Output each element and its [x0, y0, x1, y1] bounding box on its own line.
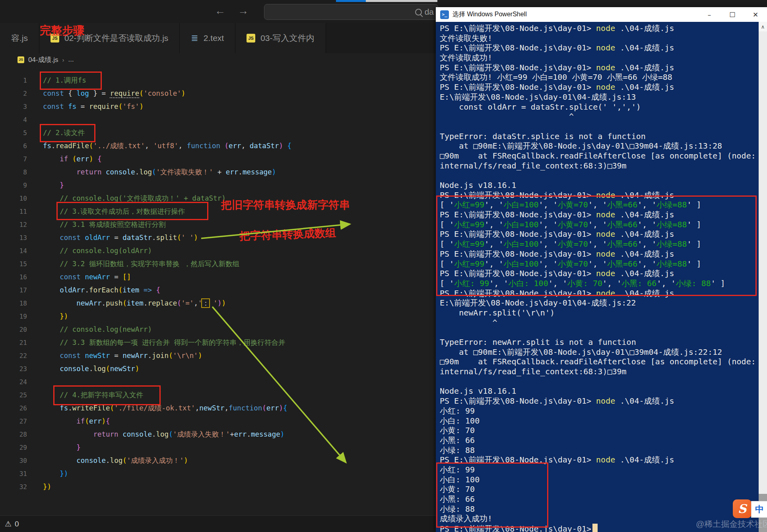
terminal-scrollbar[interactable]: ∧: [759, 22, 767, 532]
tab-0[interactable]: 容.js: [0, 23, 39, 53]
text-seg: ): [139, 103, 144, 110]
code-line-22[interactable]: 22 const newStr = newArr.join('\r\n'): [0, 349, 437, 362]
code-line-27[interactable]: 27 if(err){: [0, 415, 437, 428]
text-seg: 小绿=88: [656, 239, 687, 249]
text-seg: Node.js v18.16.1: [440, 386, 517, 396]
text-seg: newArr.split('\r\n'): [440, 308, 555, 317]
text-seg: ', ': [588, 200, 607, 209]
terminal-viewport[interactable]: PS E:\前端开发\08-Node.js\day-01> node .\04-…: [436, 22, 759, 532]
text-seg: 小红: 99: [440, 406, 475, 416]
code-line-21[interactable]: 21 // 3.3 新数组的每一项 进行合并 得到一个新的字符串，用换行符合并: [0, 336, 437, 349]
warning-icon[interactable]: ⚠: [5, 519, 12, 528]
code-line-2[interactable]: 2const { log } = require('console'): [0, 87, 437, 100]
text-seg: ^: [440, 318, 497, 327]
indent: [43, 155, 60, 163]
text-seg: +: [230, 430, 234, 438]
line-content: }): [43, 467, 68, 480]
code-line-6[interactable]: 6fs.readFile('../成绩.txt', 'utf8', functi…: [0, 139, 437, 153]
terminal-line-37: [440, 377, 759, 387]
code-line-28[interactable]: 28 return console.log('成绩录入失败！'+err.mess…: [0, 428, 437, 441]
nav-back-icon[interactable]: ←: [215, 5, 225, 17]
code-line-18[interactable]: 18 newArr.push(item.replace('=','： ')): [0, 297, 437, 310]
warning-count[interactable]: 0: [15, 520, 19, 528]
code-line-25[interactable]: 25 // 4.把新字符串写入文件: [0, 389, 437, 402]
text-seg: log: [110, 457, 123, 464]
text-seg: =: [110, 234, 123, 242]
code-line-1[interactable]: 1// 1.调用fs: [0, 74, 437, 87]
ime-chinese-mode-icon[interactable]: 中: [751, 501, 767, 518]
text-seg: ,: [145, 142, 153, 150]
code-line-23[interactable]: 23 console.log(newStr): [0, 362, 437, 375]
text-seg: ,: [225, 404, 229, 412]
code-line-13[interactable]: 13 const oldArr = dataStr.split(' '): [0, 231, 437, 244]
code-line-32[interactable]: 32}): [0, 480, 437, 493]
text-seg: .: [152, 430, 156, 438]
maximize-button[interactable]: ☐: [721, 7, 744, 22]
code-line-8[interactable]: 8 return console.log('文件读取失败！' + err.mes…: [0, 166, 437, 179]
code-line-17[interactable]: 17 oldArr.forEach(item => {: [0, 284, 437, 297]
text-seg: ): [279, 142, 287, 150]
code-line-29[interactable]: 29 }: [0, 441, 437, 454]
terminal-line-30: newArr.split('\r\n'): [440, 308, 759, 318]
code-line-11[interactable]: 11 // 3.读取文件成功后，对数据进行操作: [0, 205, 437, 218]
code-line-12[interactable]: 12 // 3.1 将成绩按照空格进行分割: [0, 218, 437, 231]
line-number: 16: [0, 271, 27, 284]
text-seg: PS E:\前端开发\08-Node.js\day-01>: [440, 23, 596, 33]
text-seg: node: [596, 210, 615, 219]
text-seg: 小黑=66: [607, 259, 637, 269]
code-line-4[interactable]: 4: [0, 113, 437, 126]
text-seg: {: [97, 155, 102, 163]
text-seg: PS E:\前端开发\08-Node.js\day-01>: [440, 288, 596, 298]
code-line-16[interactable]: 16 const newArr = []: [0, 271, 437, 284]
text-seg: .: [148, 352, 152, 360]
code-line-19[interactable]: 19 }): [0, 310, 437, 323]
line-content: // 3.3 新数组的每一项 进行合并 得到一个新的字符串，用换行符合并: [43, 336, 285, 349]
text-seg: ', ': [588, 259, 607, 269]
tab-2[interactable]: ≣2.text: [180, 23, 235, 53]
text-seg: ): [194, 234, 198, 242]
code-line-10[interactable]: 10 // console.log('文件读取成功！' + dataStr): [0, 192, 437, 205]
code-line-24[interactable]: 24: [0, 375, 437, 389]
breadcrumb-file: 04-成绩.js: [28, 55, 58, 64]
text-seg: ：: [202, 299, 209, 307]
minimize-button[interactable]: –: [698, 7, 721, 22]
terminal-line-38: Node.js v18.16.1: [440, 386, 759, 396]
code-line-30[interactable]: 30 console.log('成绩录入成功！'): [0, 454, 437, 467]
terminal-line-50: 小绿: 88: [440, 504, 759, 514]
text-seg: .: [238, 168, 243, 176]
text-seg: [ ': [440, 279, 454, 288]
nav-forward-icon[interactable]: →: [238, 5, 249, 17]
terminal-line-33: TypeError: newArr.split is not a functio…: [440, 337, 759, 347]
code-line-31[interactable]: 31 }): [0, 467, 437, 480]
ime-sogou-icon[interactable]: S: [733, 499, 751, 518]
code-line-15[interactable]: 15 // 3.2 循环旧数组，实现字符串替换 ，然后写入新数组: [0, 257, 437, 271]
code-line-9[interactable]: 9 }: [0, 179, 437, 192]
code-line-7[interactable]: 7 if (err) {: [0, 153, 437, 166]
code-editor[interactable]: 1// 1.调用fs2const { log } = require('cons…: [0, 74, 437, 493]
line-content: return console.log('成绩录入失败！'+err.message…: [43, 428, 284, 441]
breadcrumb[interactable]: JS 04-成绩.js › ...: [17, 53, 74, 66]
terminal-line-25: [ '小红=99', '小白=100', '小黄=70', '小黑=66', '…: [440, 259, 759, 269]
code-line-3[interactable]: 3const fs = require('fs'): [0, 100, 437, 113]
line-content: console.log(newStr): [43, 362, 139, 375]
indent: [43, 325, 60, 333]
text-seg: at □90mE:\前端开发\08-Node.js\day-01\□39m04-…: [440, 347, 722, 357]
close-button[interactable]: ✕: [744, 7, 767, 22]
scroll-up-icon[interactable]: ∧: [759, 22, 767, 31]
tab-3[interactable]: JS03-写入文件内: [235, 23, 326, 53]
code-line-14[interactable]: 14 // console.log(oldArr): [0, 244, 437, 257]
text-seg: TypeError: newArr.split is not a functio…: [440, 337, 636, 347]
code-line-20[interactable]: 20 // console.log(newArr): [0, 323, 437, 336]
text-seg: ' ]: [711, 279, 725, 288]
powershell-titlebar[interactable]: >_ 选择 Windows PowerShell – ☐ ✕: [436, 7, 767, 22]
text-seg: (: [225, 142, 229, 150]
breadcrumb-more[interactable]: ...: [68, 56, 74, 64]
quick-open-search-input[interactable]: da: [264, 4, 438, 20]
line-number: 10: [0, 192, 27, 205]
terminal-line-19: [ '小红=99', '小白=100', '小黄=70', '小黑=66', '…: [440, 200, 759, 210]
line-number: 6: [0, 139, 27, 153]
code-line-5[interactable]: 5// 2.读文件: [0, 126, 437, 139]
code-line-26[interactable]: 26 fs.writeFile('./file/成绩-ok.txt',newSt…: [0, 402, 437, 415]
line-content: return console.log('文件读取失败！' + err.messa…: [43, 166, 276, 179]
indent: [43, 352, 60, 360]
